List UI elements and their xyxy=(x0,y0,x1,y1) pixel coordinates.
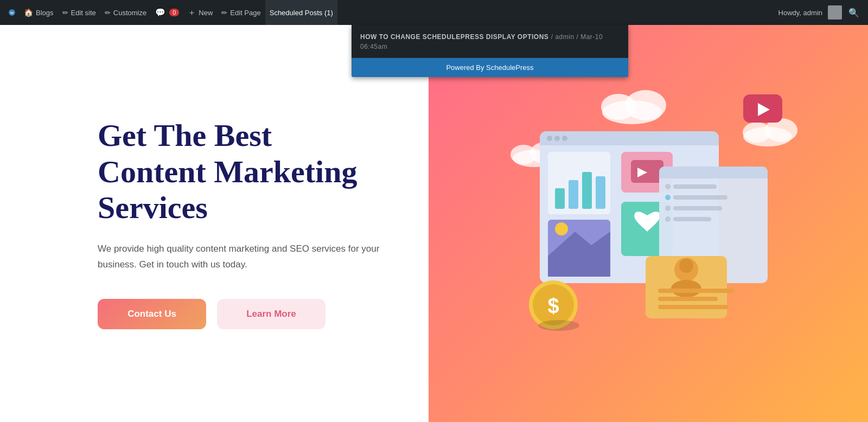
avatar xyxy=(828,5,842,20)
learn-more-button[interactable]: Learn More xyxy=(217,299,326,329)
edit-site-label: Edit site xyxy=(71,9,96,17)
hero-svg: $ xyxy=(491,72,806,375)
comments-icon: 💬 xyxy=(155,8,165,17)
admin-bar: W 🏠 Blogs ✏ Edit site ✏ Customize 💬 0 ＋ … xyxy=(0,0,868,25)
hero-illustration: $ xyxy=(429,25,868,422)
svg-point-38 xyxy=(665,206,671,211)
svg-point-44 xyxy=(679,259,693,273)
svg-rect-35 xyxy=(673,184,717,189)
svg-point-10 xyxy=(743,122,771,143)
blogs-label: Blogs xyxy=(36,9,54,17)
customize-menu[interactable]: ✏ Customize xyxy=(100,0,151,25)
howdy-label: Howdy, admin xyxy=(778,9,822,17)
svg-rect-21 xyxy=(569,180,578,209)
svg-text:$: $ xyxy=(547,295,559,317)
scheduled-posts-dropdown: HOW TO CHANGE SCHEDULEPRESS DISPLAY OPTI… xyxy=(352,25,628,77)
edit-site-icon: ✏ xyxy=(62,9,68,17)
svg-rect-23 xyxy=(596,176,605,209)
hero-left: Get The Best Content Marketing Services … xyxy=(0,25,429,422)
svg-rect-48 xyxy=(658,305,729,309)
svg-rect-37 xyxy=(673,195,727,200)
edit-page-icon: ✏ xyxy=(221,9,227,17)
svg-rect-41 xyxy=(673,217,711,221)
post-title: HOW TO CHANGE SCHEDULEPRESS DISPLAY OPTI… xyxy=(360,33,548,41)
new-label: New xyxy=(199,9,213,17)
blogs-icon: 🏠 xyxy=(24,8,33,17)
wp-logo[interactable]: W xyxy=(4,5,20,20)
scheduled-label: Scheduled Posts (1) xyxy=(270,9,333,17)
svg-rect-33 xyxy=(659,172,768,178)
scheduled-post-item[interactable]: HOW TO CHANGE SCHEDULEPRESS DISPLAY OPTI… xyxy=(352,25,628,58)
comments-menu[interactable]: 💬 0 xyxy=(151,0,183,25)
svg-point-36 xyxy=(665,195,671,200)
page-content: Get The Best Content Marketing Services … xyxy=(0,25,868,422)
svg-point-40 xyxy=(665,216,671,222)
svg-point-16 xyxy=(547,136,552,141)
svg-text:W: W xyxy=(10,11,14,15)
edit-page-menu[interactable]: ✏ Edit Page xyxy=(217,0,265,25)
scheduled-posts-menu[interactable]: Scheduled Posts (1) xyxy=(265,0,337,25)
comments-count: 0 xyxy=(169,9,179,16)
new-menu[interactable]: ＋ New xyxy=(183,0,217,25)
svg-point-52 xyxy=(538,320,579,331)
powered-by-schedulepress[interactable]: Powered By SchedulePress xyxy=(352,58,628,77)
hero-subtitle: We provide high quality content marketin… xyxy=(98,241,385,273)
edit-site-menu[interactable]: ✏ Edit site xyxy=(58,0,100,25)
contact-us-button[interactable]: Contact Us xyxy=(98,299,206,329)
svg-rect-46 xyxy=(658,289,734,293)
svg-rect-47 xyxy=(658,297,718,301)
search-icon[interactable]: 🔍 xyxy=(844,8,864,18)
customize-icon: ✏ xyxy=(105,9,111,17)
svg-point-17 xyxy=(554,136,560,141)
customize-label: Customize xyxy=(113,9,146,17)
svg-rect-25 xyxy=(631,160,663,183)
svg-point-29 xyxy=(555,222,568,235)
svg-point-4 xyxy=(601,94,636,120)
edit-page-label: Edit Page xyxy=(230,9,260,17)
svg-rect-20 xyxy=(555,188,565,209)
blogs-menu[interactable]: 🏠 Blogs xyxy=(20,0,58,25)
svg-rect-22 xyxy=(582,172,592,209)
new-plus-icon: ＋ xyxy=(188,8,196,18)
adminbar-right: Howdy, admin 🔍 xyxy=(778,5,864,20)
svg-rect-39 xyxy=(673,206,722,210)
svg-point-18 xyxy=(562,136,567,141)
hero-title: Get The Best Content Marketing Services xyxy=(98,118,385,226)
svg-point-7 xyxy=(510,145,537,164)
hero-buttons: Contact Us Learn More xyxy=(98,299,385,329)
svg-point-34 xyxy=(665,184,671,189)
